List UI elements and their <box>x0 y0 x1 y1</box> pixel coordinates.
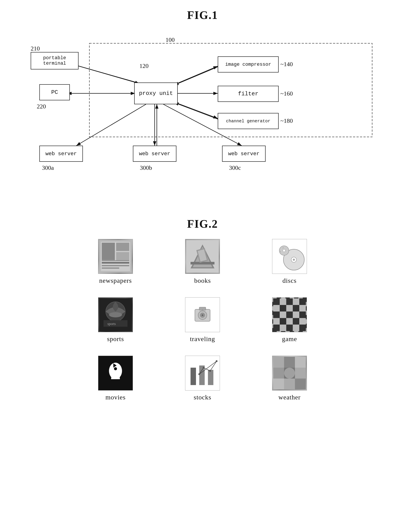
stocks-icon <box>185 356 220 391</box>
svg-rect-94 <box>284 357 295 368</box>
svg-rect-71 <box>273 325 280 331</box>
newspapers-icon <box>98 239 133 274</box>
svg-rect-75 <box>299 325 306 331</box>
game-icon <box>272 297 307 332</box>
svg-rect-21 <box>116 243 129 251</box>
discs-icon: ♪ ♩ <box>272 239 307 274</box>
svg-rect-18 <box>102 262 129 264</box>
fig2-container: newspapers books ♪ ♩ discs sports sports <box>72 239 333 401</box>
svg-point-89 <box>203 367 204 368</box>
svg-point-91 <box>216 360 217 362</box>
label-100: 100 <box>166 36 175 43</box>
svg-rect-80 <box>111 377 120 379</box>
svg-rect-70 <box>299 318 306 325</box>
fig2-item-newspapers: newspapers <box>81 239 150 284</box>
svg-rect-19 <box>102 265 129 266</box>
svg-rect-101 <box>295 379 306 389</box>
svg-rect-27 <box>190 262 215 264</box>
box-web-server-c: web server <box>222 146 266 162</box>
svg-point-35 <box>283 249 285 252</box>
traveling-icon <box>185 297 220 332</box>
fig2-item-sports: sports sports <box>81 297 150 343</box>
svg-rect-99 <box>273 379 284 389</box>
svg-rect-52 <box>280 298 286 305</box>
label-180: ~180 <box>280 117 293 124</box>
svg-line-9 <box>174 102 218 118</box>
svg-rect-57 <box>280 305 286 311</box>
books-label: books <box>194 277 211 284</box>
svg-line-10 <box>174 103 218 119</box>
stocks-label: stocks <box>194 394 211 401</box>
svg-text:♪: ♪ <box>282 247 284 249</box>
svg-rect-100 <box>284 379 295 389</box>
label-120: 120 <box>139 62 148 69</box>
svg-rect-73 <box>286 325 293 331</box>
svg-rect-69 <box>293 318 299 325</box>
svg-rect-59 <box>293 305 299 311</box>
discs-label: discs <box>283 277 297 284</box>
box-channel-generator: channel generator <box>218 113 279 129</box>
svg-text:♩: ♩ <box>280 250 281 253</box>
svg-rect-62 <box>280 311 286 318</box>
fig1-title: FIG.1 <box>13 9 392 21</box>
svg-rect-95 <box>295 357 306 368</box>
svg-line-6 <box>174 66 218 85</box>
svg-rect-55 <box>299 298 306 305</box>
box-web-server-a: web server <box>39 146 83 162</box>
svg-point-79 <box>114 367 117 370</box>
svg-rect-64 <box>293 311 299 318</box>
label-220: 220 <box>37 103 46 110</box>
fig1-diagram: 210 100 portable terminal PC 220 120 pro… <box>18 30 387 200</box>
fig2-grid: newspapers books ♪ ♩ discs sports sports <box>72 239 333 401</box>
fig2-title: FIG.2 <box>13 217 392 230</box>
svg-rect-84 <box>190 368 196 385</box>
sports-label: sports <box>107 335 124 343</box>
svg-rect-51 <box>273 298 280 305</box>
svg-rect-54 <box>293 298 299 305</box>
box-filter: filter <box>218 86 279 102</box>
fig2-item-traveling: traveling <box>168 297 237 343</box>
svg-rect-66 <box>273 318 280 325</box>
svg-rect-63 <box>286 311 293 318</box>
svg-point-40 <box>109 312 122 317</box>
newspapers-label: newspapers <box>99 277 132 284</box>
svg-rect-61 <box>273 311 280 318</box>
svg-line-7 <box>174 67 218 85</box>
movies-icon <box>98 356 133 391</box>
svg-rect-65 <box>299 311 306 318</box>
movies-label: movies <box>106 394 126 401</box>
label-300b: 300b <box>140 164 152 171</box>
svg-point-88 <box>198 373 200 375</box>
svg-line-11 <box>76 104 146 146</box>
box-pc: PC <box>39 84 70 100</box>
weather-label: weather <box>278 394 301 401</box>
svg-line-4 <box>72 64 138 83</box>
svg-rect-98 <box>295 368 306 379</box>
svg-rect-20 <box>102 268 119 269</box>
fig2-item-stocks: stocks <box>168 356 237 401</box>
books-icon <box>185 239 220 274</box>
fig2-item-game: game <box>255 297 324 343</box>
svg-rect-60 <box>299 305 306 311</box>
game-label: game <box>282 335 297 343</box>
svg-rect-96 <box>273 368 284 379</box>
svg-rect-58 <box>286 305 293 311</box>
svg-point-102 <box>284 368 295 379</box>
fig2-item-movies: movies <box>81 356 150 401</box>
weather-icon <box>272 356 307 391</box>
svg-rect-22 <box>116 252 129 261</box>
svg-text:sports: sports <box>108 322 116 326</box>
svg-rect-68 <box>286 318 293 325</box>
svg-point-33 <box>293 259 295 261</box>
traveling-label: traveling <box>190 335 215 343</box>
label-210: 210 <box>31 45 40 52</box>
svg-point-47 <box>202 314 203 316</box>
svg-rect-74 <box>293 325 299 331</box>
label-160: ~160 <box>280 90 293 97</box>
box-image-compressor: image compressor <box>218 56 279 72</box>
svg-rect-67 <box>280 318 286 325</box>
svg-rect-72 <box>280 325 286 331</box>
sports-icon: sports <box>98 297 133 332</box>
svg-rect-86 <box>208 370 213 385</box>
fig2-item-books: books <box>168 239 237 284</box>
